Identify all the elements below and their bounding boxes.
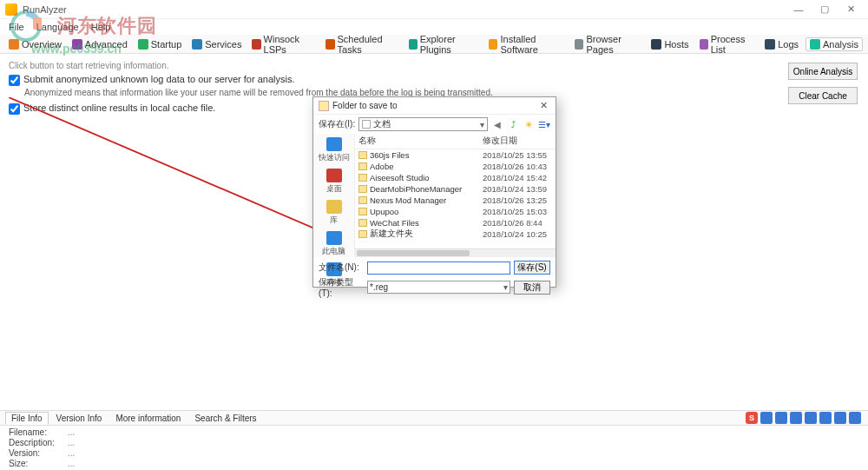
app-icon	[5, 3, 17, 16]
folder-item[interactable]: Upupoo2018/10/25 15:03	[355, 206, 556, 217]
tab-icon	[409, 39, 418, 50]
save-dialog: Folder to save to ✕ 保存在(I): 文档 ▾ ◀ ⤴ ✳ ☰…	[312, 96, 556, 288]
col-name[interactable]: 名称	[358, 136, 483, 147]
save-in-combo[interactable]: 文档 ▾	[358, 117, 488, 131]
folder-icon	[319, 101, 329, 111]
tab-process-list[interactable]: Process List	[696, 33, 759, 56]
ime-icon[interactable]	[790, 412, 802, 424]
places-快速访问[interactable]: 快速访问	[319, 137, 350, 163]
folder-icon	[358, 151, 367, 159]
menu-help[interactable]: Help	[89, 22, 113, 32]
info-row: Version:...	[9, 448, 859, 459]
info-row: Description:...	[9, 438, 859, 448]
info-row: Size:...	[9, 459, 859, 469]
tab-hosts[interactable]: Hosts	[648, 38, 692, 50]
tab-icon	[192, 39, 202, 50]
ime-icon[interactable]	[775, 412, 787, 424]
dialog-close-button[interactable]: ✕	[536, 100, 550, 111]
file-list: 名称 修改日期 360js Files2018/10/25 13:55Adobe…	[355, 134, 556, 257]
info-tab-file-info[interactable]: File Info	[5, 412, 49, 425]
info-row: Filename:...	[9, 427, 859, 438]
menu-language[interactable]: Language	[35, 22, 81, 32]
tab-startup[interactable]: Startup	[135, 38, 185, 50]
view-menu-icon[interactable]: ☰▾	[538, 118, 550, 130]
places-库[interactable]: 库	[326, 200, 342, 226]
tab-icon	[72, 39, 82, 50]
dialog-title: Folder to save to	[332, 101, 536, 110]
folder-icon	[358, 230, 367, 238]
tab-services[interactable]: Services	[188, 38, 245, 50]
ime-icon[interactable]	[849, 412, 861, 424]
info-tab-search---filters[interactable]: Search & Filters	[188, 412, 262, 425]
cancel-button[interactable]: 取消	[514, 281, 550, 295]
tab-overview[interactable]: Overview	[5, 38, 65, 50]
folder-icon	[358, 208, 367, 215]
ime-icon[interactable]	[805, 412, 817, 424]
ime-toolbar: S	[746, 412, 861, 424]
places-此电脑[interactable]: 此电脑	[322, 231, 345, 257]
back-icon[interactable]: ◀	[491, 118, 503, 130]
file-info-panel: Filename:...Description:...Version:...Si…	[0, 426, 868, 470]
filename-input[interactable]	[367, 261, 510, 275]
folder-item[interactable]: DearMobiPhoneManager2018/10/24 13:59	[355, 183, 556, 195]
folder-item[interactable]: Adobe2018/10/26 10:43	[355, 161, 556, 172]
folder-icon	[358, 196, 367, 204]
tab-winsock-lsps[interactable]: Winsock LSPs	[248, 33, 319, 56]
folder-item[interactable]: 新建文件夹2018/10/24 10:25	[355, 228, 556, 240]
ime-icon[interactable]	[819, 412, 832, 424]
toolbar: OverviewAdvancedStartupServicesWinsock L…	[0, 35, 868, 54]
menu-file[interactable]: File	[7, 22, 26, 32]
info-tab-version-info[interactable]: Version Info	[50, 412, 108, 425]
folder-item[interactable]: 360js Files2018/10/25 13:55	[355, 149, 556, 161]
tab-icon	[651, 39, 661, 50]
places-桌面[interactable]: 桌面	[326, 169, 342, 195]
folder-item[interactable]: WeChat Files2018/10/26 8:44	[355, 217, 556, 228]
folder-icon	[358, 219, 367, 227]
tab-icon	[575, 39, 583, 50]
tab-icon	[326, 39, 334, 50]
tab-icon	[489, 39, 497, 50]
tab-scheduled-tasks[interactable]: Scheduled Tasks	[322, 33, 401, 56]
places-sidebar: 快速访问桌面库此电脑网络	[313, 134, 355, 257]
tab-analysis[interactable]: Analysis	[806, 37, 863, 51]
ime-icon[interactable]	[760, 412, 773, 424]
ime-icon[interactable]: S	[746, 412, 758, 424]
clear-cache-button[interactable]: Clear Cache	[788, 87, 858, 104]
tab-browser-pages[interactable]: Browser Pages	[571, 33, 644, 56]
tab-icon	[9, 39, 19, 50]
info-tabs: File InfoVersion InfoMore informationSea…	[0, 410, 868, 426]
filename-label: 文件名(N):	[319, 261, 364, 274]
submit-anonymized-checkbox[interactable]: Submit anonymized unknown log data to ou…	[9, 74, 859, 86]
hint-text: Click button to start retrieving informa…	[9, 61, 859, 70]
save-button[interactable]: 保存(S)	[514, 261, 550, 275]
folder-icon	[358, 185, 367, 193]
folder-item[interactable]: Aiseesoft Studio2018/10/24 15:42	[355, 172, 556, 183]
tab-advanced[interactable]: Advanced	[69, 38, 131, 50]
titlebar: RunAlyzer ― ▢ ✕	[0, 0, 868, 19]
filetype-label: 保存类型(T):	[319, 276, 364, 298]
maximize-button[interactable]: ▢	[812, 2, 837, 17]
horizontal-scrollbar[interactable]	[355, 248, 556, 257]
new-folder-icon[interactable]: ✳	[523, 118, 535, 130]
info-tab-more-information[interactable]: More information	[109, 412, 187, 425]
tab-installed-software[interactable]: Installed Software	[485, 33, 568, 56]
tab-icon	[138, 39, 148, 50]
filetype-select[interactable]: *.reg▾	[367, 281, 510, 294]
ime-icon[interactable]	[834, 412, 846, 424]
place-icon	[326, 231, 342, 245]
tab-icon	[810, 39, 820, 50]
window-title: RunAlyzer	[23, 4, 786, 15]
documents-icon	[362, 120, 371, 129]
place-icon	[326, 137, 342, 151]
online-analysis-button[interactable]: Online Analysis	[788, 63, 858, 80]
tab-logs[interactable]: Logs	[761, 38, 802, 50]
folder-item[interactable]: Nexus Mod Manager2018/10/26 13:25	[355, 195, 556, 206]
folder-icon	[358, 174, 367, 182]
close-button[interactable]: ✕	[838, 2, 863, 17]
col-date[interactable]: 修改日期	[483, 136, 552, 147]
tab-explorer-plugins[interactable]: Explorer Plugins	[405, 33, 483, 56]
up-icon[interactable]: ⤴	[507, 118, 519, 130]
place-icon	[326, 200, 342, 214]
minimize-button[interactable]: ―	[786, 2, 811, 17]
tab-icon	[765, 39, 775, 50]
